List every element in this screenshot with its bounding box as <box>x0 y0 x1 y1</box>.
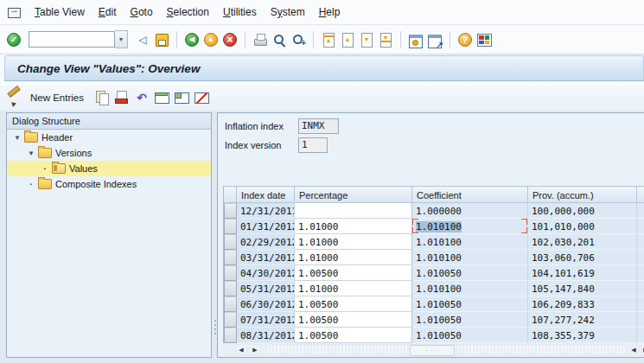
cell-prov-accum[interactable]: 107,277,242 <box>528 312 637 328</box>
back-icon[interactable] <box>183 31 201 48</box>
scroll-left-end-icon[interactable]: ◀ <box>628 344 640 355</box>
select-block-icon[interactable] <box>173 89 190 106</box>
cell-prov-accum[interactable]: 105,147,840 <box>528 281 637 296</box>
cell-coefficient[interactable]: 1.010050 <box>412 328 528 343</box>
cell-percentage[interactable]: 1.00500 <box>295 296 412 312</box>
column-header-coefficient[interactable]: Coefficient <box>412 186 528 203</box>
cell-index-date[interactable]: 02/29/2012 <box>237 234 295 250</box>
cell-index-date[interactable]: 05/31/2012 <box>237 281 295 296</box>
scroll-right-icon[interactable]: ▶ <box>249 344 261 355</box>
scroll-left-icon[interactable]: ◀ <box>235 344 247 355</box>
cell-index-date[interactable]: 04/30/2012 <box>237 265 295 281</box>
cell-coefficient[interactable]: 1.010050 <box>412 296 528 312</box>
index-version-field[interactable]: 1 <box>298 137 328 153</box>
tree-node-versions[interactable]: ▼Versions <box>7 145 211 161</box>
row-selector[interactable] <box>224 265 237 281</box>
cell-percentage[interactable] <box>295 203 412 219</box>
inflation-index-field[interactable]: INMX <box>298 118 339 134</box>
tree-node-composite-indexes[interactable]: ·Composite Indexes <box>7 176 211 192</box>
first-page-icon[interactable] <box>320 31 337 48</box>
cell-index-date[interactable]: 08/31/2012 <box>237 328 295 343</box>
help-icon[interactable] <box>456 31 474 48</box>
change-display-icon[interactable] <box>7 89 24 106</box>
row-selector[interactable] <box>224 328 237 343</box>
save-icon[interactable] <box>153 31 170 48</box>
new-entries-button[interactable]: New Entries <box>27 91 91 105</box>
column-header-index-date[interactable]: Index date <box>237 186 295 203</box>
cell-prov-accum[interactable]: 103,060,706 <box>528 250 637 265</box>
cell-coefficient[interactable]: 1.010100 <box>412 234 528 250</box>
cell-percentage[interactable]: 1.01000 <box>295 281 412 296</box>
cell-index-date[interactable]: 07/31/2012 <box>237 312 295 328</box>
page-down-icon[interactable] <box>358 31 375 48</box>
exit-icon[interactable] <box>202 31 220 48</box>
cell-index-date[interactable]: 12/31/2011 <box>237 203 295 219</box>
cell-percentage[interactable]: 1.01000 <box>295 234 412 250</box>
select-all-icon[interactable] <box>153 89 170 106</box>
create-shortcut-icon[interactable] <box>426 31 443 48</box>
cell-prov-accum[interactable]: 106,209,833 <box>528 296 637 312</box>
cell-percentage[interactable]: 1.00500 <box>295 265 412 281</box>
cell-coefficient[interactable]: 1.010100 <box>412 281 528 296</box>
new-session-icon[interactable] <box>407 31 424 48</box>
cancel-icon[interactable] <box>221 31 239 48</box>
command-field[interactable] <box>29 31 115 48</box>
cell-percentage[interactable]: 1.01000 <box>295 250 412 265</box>
customize-layout-icon[interactable] <box>475 31 493 48</box>
cell-index-date[interactable]: 03/31/2012 <box>237 250 295 265</box>
menu-item-system[interactable]: System <box>264 3 312 21</box>
expand-icon[interactable]: ▼ <box>12 134 22 142</box>
cell-percentage[interactable]: 1.00500 <box>295 328 412 343</box>
menu-item-help[interactable]: Help <box>312 3 348 21</box>
find-icon[interactable] <box>271 31 288 48</box>
cell-coefficient[interactable]: 1.000000 <box>412 203 528 219</box>
cell-percentage[interactable]: 1.01000 <box>295 219 412 234</box>
delete-icon[interactable] <box>113 89 131 106</box>
menu-item-utilities[interactable]: Utilities <box>216 3 264 21</box>
tree-node-values[interactable]: ·Values <box>7 161 211 176</box>
tree-node-label: Composite Indexes <box>55 179 137 189</box>
dialog-structure-tree: ▼Header▼Versions·Values·Composite Indexe… <box>7 130 211 192</box>
find-next-icon[interactable] <box>290 31 307 48</box>
command-dropdown-icon[interactable]: ▼ <box>115 30 128 48</box>
system-menu-icon[interactable] <box>5 3 22 21</box>
row-selector[interactable] <box>224 296 237 312</box>
enter-icon[interactable] <box>5 31 22 48</box>
undo-icon[interactable] <box>133 89 150 106</box>
cell-coefficient[interactable]: 1.010100 <box>412 250 528 265</box>
menu-item-goto[interactable]: Goto <box>124 3 160 21</box>
menu-item-selection[interactable]: Selection <box>160 3 216 21</box>
cell-coefficient[interactable]: 1.010050 <box>412 265 528 281</box>
row-selector[interactable] <box>224 250 237 265</box>
cell-prov-accum[interactable]: 100,000,000 <box>528 203 637 219</box>
row-selector[interactable] <box>224 281 237 296</box>
copy-as-icon[interactable] <box>93 89 111 106</box>
scrollbar-track[interactable]: ··· <box>266 344 626 355</box>
cell-prov-accum[interactable]: 108,355,379 <box>528 328 637 343</box>
cell-prov-accum[interactable]: 101,010,000 <box>528 219 637 234</box>
column-header-prov-accum[interactable]: Prov. (accum.) <box>528 186 637 203</box>
page-up-icon[interactable] <box>339 31 356 48</box>
row-selector[interactable] <box>224 203 237 219</box>
cell-prov-accum[interactable]: 104,101,619 <box>528 265 637 281</box>
expand-icon[interactable]: ▼ <box>26 150 36 157</box>
scroll-right-end-icon[interactable]: ▶ <box>640 344 644 355</box>
menu-item-edit[interactable]: Edit <box>92 3 124 21</box>
collapse-command-field-icon[interactable] <box>134 31 151 48</box>
cell-index-date[interactable]: 01/31/2012 <box>237 219 295 234</box>
row-selector[interactable] <box>224 219 237 234</box>
row-selector[interactable] <box>224 234 237 250</box>
cell-coefficient[interactable]: 1.010050 <box>412 312 528 328</box>
cell-prov-accum[interactable]: 102,030,201 <box>528 234 637 250</box>
row-selector[interactable] <box>224 312 237 328</box>
cell-index-date[interactable]: 06/30/2012 <box>237 296 295 312</box>
deselect-all-icon[interactable] <box>193 89 210 106</box>
scrollbar-thumb[interactable]: ··· <box>410 345 455 356</box>
column-header-percentage[interactable]: Percentage <box>295 186 412 203</box>
print-icon[interactable] <box>252 31 269 48</box>
menu-item-table-view[interactable]: Table View <box>28 3 92 21</box>
cell-percentage[interactable]: 1.00500 <box>295 312 412 328</box>
last-page-icon[interactable] <box>377 31 394 48</box>
cell-coefficient[interactable]: 1.010100 <box>412 219 528 234</box>
tree-node-header[interactable]: ▼Header <box>7 130 211 145</box>
